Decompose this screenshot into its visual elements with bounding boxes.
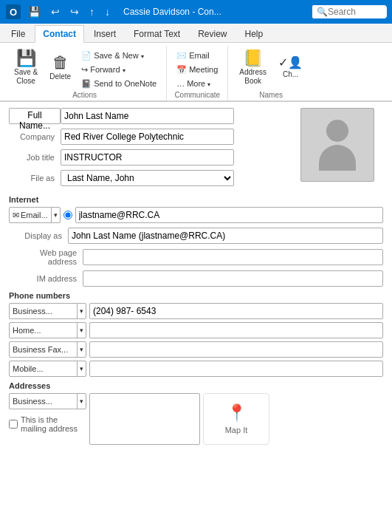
phone-section-label: Phone numbers [9, 291, 383, 300]
more-button[interactable]: … More ▾ [173, 77, 221, 90]
tab-review[interactable]: Review [190, 25, 235, 42]
email-button[interactable]: ✉️ Email [173, 49, 221, 62]
tab-insert[interactable]: Insert [86, 25, 124, 42]
delete-icon: 🗑 [52, 55, 69, 71]
phone-row-home: Home... ▾ [9, 322, 383, 338]
undo-button[interactable]: ↩ [48, 6, 63, 18]
save-close-button[interactable]: 💾 Save &Close [9, 47, 43, 89]
business-phone-arrow: ▾ [77, 304, 86, 318]
home-phone-label: Home... [10, 326, 77, 335]
display-as-input[interactable] [68, 228, 383, 244]
mobile-phone-btn[interactable]: Mobile... ▾ [9, 361, 86, 377]
avatar-body [319, 145, 356, 171]
email-primary-radio[interactable] [63, 211, 72, 219]
tab-help[interactable]: Help [237, 25, 272, 42]
addresses-section-label: Addresses [9, 381, 383, 390]
full-name-button[interactable]: Full Name... [9, 108, 61, 124]
communicate-group-label: Communicate [173, 91, 221, 100]
business-phone-btn[interactable]: Business... ▾ [9, 303, 86, 319]
redo-button[interactable]: ↪ [67, 6, 82, 18]
address-btn[interactable]: Business... ▾ [9, 393, 86, 409]
web-page-input[interactable] [83, 249, 383, 265]
address-btn-arrow: ▾ [77, 394, 86, 409]
company-input[interactable] [61, 129, 234, 145]
ribbon-group-names: 📒 AddressBook ✓👤 Ch... Names [228, 46, 314, 100]
email-row: ✉ Email... ▾ [9, 207, 383, 223]
onenote-label: Send to OneNote [94, 79, 157, 88]
search-input[interactable] [328, 7, 387, 17]
job-title-label: Job title [9, 153, 61, 162]
tab-format-text[interactable]: Format Text [125, 25, 188, 42]
fax-phone-arrow: ▾ [77, 342, 86, 357]
display-as-label: Display as [9, 231, 68, 240]
save-new-button[interactable]: 📄 Save & New ▾ [78, 49, 160, 62]
actions-group-label: Actions [9, 91, 160, 100]
fax-phone-label: Business Fax... [10, 345, 77, 354]
check-names-button[interactable]: ✓👤 Ch... [273, 47, 308, 89]
home-phone-arrow: ▾ [77, 323, 86, 338]
map-it-label: Map It [225, 426, 248, 434]
delete-label: Delete [49, 72, 71, 81]
map-icon: 📍 [227, 403, 247, 423]
down-button[interactable]: ↓ [102, 6, 113, 18]
phone-row-fax: Business Fax... ▾ [9, 341, 383, 358]
job-title-input[interactable] [61, 149, 234, 166]
onenote-button[interactable]: 📓 Send to OneNote [78, 77, 160, 90]
home-phone-input[interactable] [89, 322, 383, 338]
save-button-tb[interactable]: 💾 [25, 6, 44, 18]
forward-button[interactable]: ↪ Forward ▾ [78, 63, 160, 76]
search-icon: 🔍 [317, 7, 328, 17]
address-textarea[interactable] [89, 393, 200, 445]
email-value-area [63, 207, 383, 223]
form-area: Full Name... Company Job title File as L… [0, 102, 392, 532]
avatar-person [319, 120, 356, 171]
meeting-button[interactable]: 📅 Meeting [173, 63, 221, 76]
up-button[interactable]: ↑ [86, 6, 97, 18]
mobile-phone-arrow: ▾ [77, 361, 86, 376]
full-name-input[interactable] [61, 108, 234, 124]
save-new-label: Save & New ▾ [94, 51, 144, 60]
im-address-row: IM address [9, 270, 383, 287]
home-phone-btn[interactable]: Home... ▾ [9, 322, 86, 338]
mailing-checkbox[interactable] [9, 420, 18, 429]
im-address-input[interactable] [83, 270, 383, 287]
web-page-row: Web page address [9, 248, 383, 266]
tab-file[interactable]: File [3, 25, 33, 42]
email-input[interactable] [75, 207, 383, 223]
mailing-row: This is themailing address [9, 415, 86, 433]
email-btn-group[interactable]: ✉ Email... ▾ [9, 207, 61, 223]
names-group-label: Names [234, 91, 308, 100]
tab-contact[interactable]: Contact [35, 25, 84, 43]
meeting-label: Meeting [189, 65, 218, 74]
email-dropdown-arrow: ▾ [51, 208, 60, 222]
save-new-icon: 📄 [81, 51, 92, 61]
email-icon: ✉️ [176, 51, 187, 61]
meeting-icon: 📅 [176, 65, 187, 75]
mailing-label: This is themailing address [21, 415, 78, 433]
map-it-button[interactable]: 📍 Map It [203, 393, 269, 445]
address-book-icon: 📒 [243, 50, 263, 66]
window-title: Cassie Davidson - Con... [123, 7, 221, 17]
internet-section-label: Internet [9, 195, 383, 204]
email-btn-label: ✉ Email... [10, 211, 51, 220]
forward-icon: ↪ [81, 65, 88, 75]
address-book-button[interactable]: 📒 AddressBook [234, 47, 272, 89]
fax-phone-input[interactable] [89, 341, 383, 358]
business-phone-input[interactable] [89, 303, 383, 319]
web-page-label: Web page address [9, 248, 83, 266]
ribbon-group-communicate-items: ✉️ Email 📅 Meeting … More ▾ [173, 46, 221, 91]
file-as-select[interactable]: Last Name, John [61, 170, 234, 186]
file-as-label: File as [9, 174, 61, 183]
ribbon-group-actions: 💾 Save &Close 🗑 Delete 📄 Save & New ▾ ↪ … [3, 46, 167, 100]
more-label: More ▾ [187, 79, 210, 88]
check-names-label: Ch... [283, 70, 298, 79]
delete-button[interactable]: 🗑 Delete [44, 47, 76, 89]
search-box[interactable]: 🔍 [312, 5, 386, 18]
forward-label: Forward ▾ [90, 65, 125, 74]
save-close-label: Save &Close [14, 68, 38, 86]
file-as-wrapper: Last Name, John [61, 170, 234, 186]
phone-row-business: Business... ▾ [9, 303, 383, 319]
fax-phone-btn[interactable]: Business Fax... ▾ [9, 341, 86, 358]
mobile-phone-input[interactable] [89, 361, 383, 377]
email-type-icon: ✉ [13, 211, 19, 220]
